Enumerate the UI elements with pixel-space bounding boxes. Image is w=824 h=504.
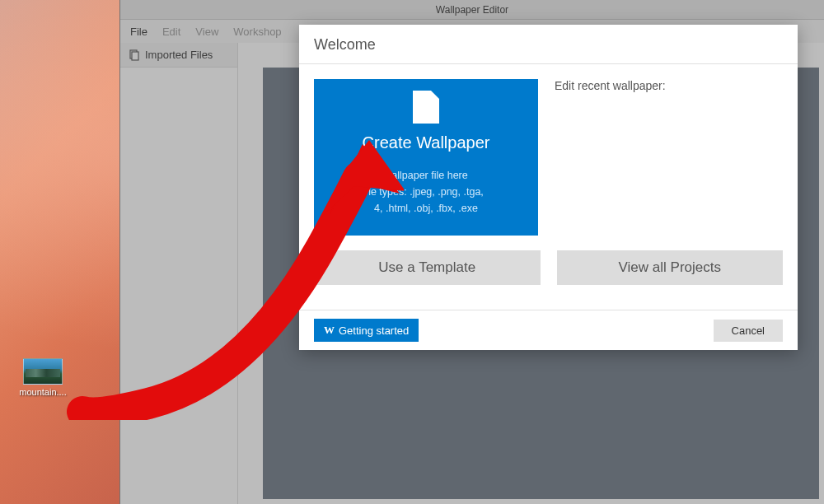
welcome-dialog: Welcome Create Wallpaper wallpaper file … [299,25,798,350]
desktop-file-icon[interactable]: mountain.... [18,358,68,397]
file-label: mountain.... [19,387,66,397]
wiki-icon: W [324,324,335,337]
create-wallpaper-card[interactable]: Create Wallpaper wallpaper file here le … [314,79,538,236]
create-wallpaper-title: Create Wallpaper [363,133,490,152]
create-wallpaper-subtitle: wallpaper file here le types: .jpeg, .pn… [368,167,484,217]
getting-started-label: Getting started [339,324,409,337]
button-row: Use a Template View all Projects [299,250,798,285]
view-all-projects-button[interactable]: View all Projects [557,250,784,285]
dialog-title: Welcome [299,25,798,64]
cancel-button[interactable]: Cancel [714,320,783,342]
getting-started-button[interactable]: W Getting started [314,319,419,342]
recent-label: Edit recent wallpaper: [555,79,783,92]
file-thumbnail [23,358,63,385]
dialog-footer: W Getting started Cancel [299,310,798,350]
use-template-button[interactable]: Use a Template [314,250,541,285]
document-icon [413,91,439,124]
dialog-body: Create Wallpaper wallpaper file here le … [299,64,798,250]
recent-column: Edit recent wallpaper: [555,79,783,236]
